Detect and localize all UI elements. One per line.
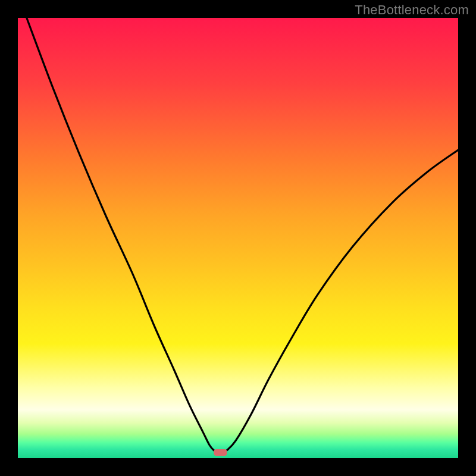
watermark-text: TheBottleneck.com bbox=[355, 2, 469, 18]
curve-layer bbox=[18, 18, 458, 458]
min-marker bbox=[214, 449, 227, 456]
bottleneck-curve bbox=[27, 18, 458, 453]
plot-area bbox=[18, 18, 458, 458]
chart-frame: TheBottleneck.com bbox=[0, 0, 476, 476]
